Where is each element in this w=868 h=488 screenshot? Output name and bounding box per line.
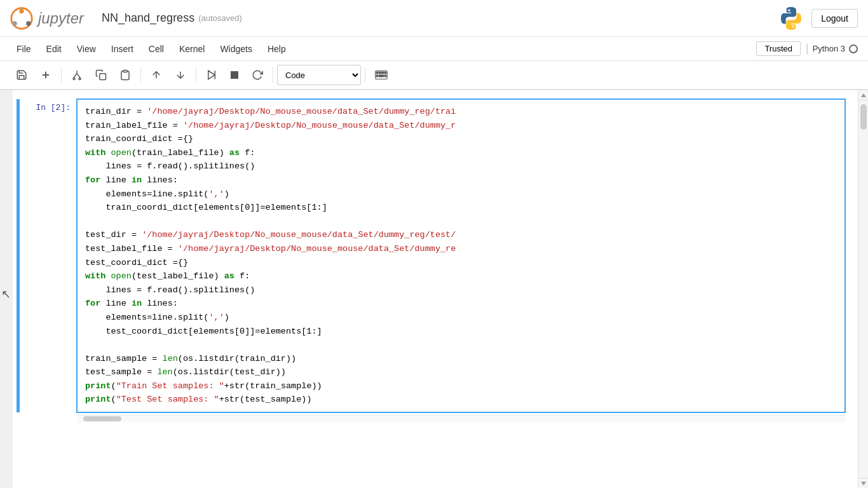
- move-up-button[interactable]: [145, 65, 168, 85]
- svg-point-5: [792, 25, 794, 27]
- cell-hscrollbar[interactable]: [77, 415, 845, 423]
- header-right: Logout: [778, 6, 858, 31]
- menu-view[interactable]: View: [71, 41, 102, 57]
- svg-point-2: [13, 21, 17, 25]
- svg-rect-12: [100, 74, 106, 80]
- interrupt-button[interactable]: [224, 65, 245, 85]
- svg-rect-23: [384, 72, 386, 74]
- toolbar-separator-2: [140, 67, 141, 83]
- left-margin: ↖: [0, 90, 13, 488]
- paste-button[interactable]: [114, 65, 137, 85]
- menu-widgets[interactable]: Widgets: [214, 41, 259, 57]
- svg-marker-16: [208, 71, 215, 79]
- python-logo-icon: [778, 6, 804, 31]
- menubar: File Edit View Insert Cell Kernel Widget…: [0, 37, 868, 61]
- menu-cell[interactable]: Cell: [142, 41, 170, 57]
- scrollbar-down-arrow[interactable]: [858, 478, 868, 488]
- toolbar-separator-5: [365, 67, 365, 83]
- vertical-scrollbar[interactable]: [858, 90, 868, 488]
- logo-area: jupyter: [10, 7, 84, 30]
- menu-help[interactable]: Help: [261, 41, 292, 57]
- svg-point-3: [26, 21, 31, 25]
- toolbar-separator-3: [196, 67, 196, 83]
- keyboard-shortcuts-button[interactable]: [369, 65, 393, 85]
- notebook-title[interactable]: NN_hand_regress: [102, 11, 194, 25]
- jupyter-logo-icon: [10, 7, 33, 30]
- main-content: ↖ In [2]: train_dir = '/home/jayraj/Desk…: [0, 90, 868, 488]
- notebook-area[interactable]: In [2]: train_dir = '/home/jayraj/Deskto…: [13, 90, 858, 488]
- jupyter-brand-text: jupyter: [38, 10, 84, 27]
- run-next-button[interactable]: [200, 65, 223, 85]
- cursor-indicator: ↖: [1, 287, 11, 301]
- svg-rect-20: [376, 72, 378, 74]
- svg-point-9: [79, 78, 81, 80]
- svg-point-1: [19, 8, 24, 13]
- cell-type-select[interactable]: Code Markdown Raw NBConvert Heading: [277, 65, 361, 85]
- svg-rect-18: [231, 71, 238, 79]
- copy-button[interactable]: [90, 65, 112, 85]
- svg-rect-22: [382, 72, 384, 74]
- svg-point-4: [788, 9, 790, 11]
- scrollbar-up-arrow[interactable]: [858, 90, 868, 100]
- cell-hscrollbar-thumb[interactable]: [83, 416, 121, 421]
- svg-point-8: [73, 78, 75, 80]
- cut-button[interactable]: [65, 65, 88, 85]
- code-cell: In [2]: train_dir = '/home/jayraj/Deskto…: [13, 97, 858, 415]
- code-content[interactable]: train_dir = '/home/jayraj/Desktop/No_mou…: [85, 105, 837, 407]
- toolbar-separator-4: [273, 67, 273, 83]
- svg-rect-13: [123, 71, 127, 72]
- header-bar: jupyter NN_hand_regress (autosaved) Logo…: [0, 0, 868, 37]
- svg-marker-28: [861, 482, 866, 485]
- menu-insert[interactable]: Insert: [105, 41, 140, 57]
- kernel-separator: |: [806, 42, 809, 55]
- add-cell-button[interactable]: [34, 65, 57, 85]
- restart-button[interactable]: [246, 65, 269, 85]
- kernel-status-circle: [849, 44, 858, 53]
- toolbar: Code Markdown Raw NBConvert Heading: [0, 61, 868, 90]
- svg-line-11: [77, 74, 80, 78]
- kernel-name: Python 3: [813, 44, 845, 53]
- menu-kernel[interactable]: Kernel: [173, 41, 211, 57]
- menu-items: File Edit View Insert Cell Kernel Widget…: [10, 41, 756, 57]
- toolbar-separator-1: [61, 67, 62, 83]
- svg-rect-25: [379, 75, 383, 77]
- trusted-button[interactable]: Trusted: [756, 41, 801, 56]
- svg-marker-27: [861, 93, 866, 97]
- scrollbar-thumb[interactable]: [860, 104, 867, 130]
- cell-code-area[interactable]: train_dir = '/home/jayraj/Desktop/No_mou…: [77, 99, 845, 412]
- svg-rect-26: [384, 75, 386, 77]
- cell-prompt: In [2]:: [20, 99, 77, 412]
- menu-edit[interactable]: Edit: [40, 41, 68, 57]
- move-down-button[interactable]: [169, 65, 192, 85]
- save-button[interactable]: [10, 65, 33, 85]
- menu-file[interactable]: File: [10, 41, 37, 57]
- autosaved-label: (autosaved): [198, 13, 242, 23]
- kernel-info: | Python 3: [806, 42, 858, 55]
- logout-button[interactable]: Logout: [811, 9, 858, 28]
- svg-rect-21: [379, 72, 381, 74]
- svg-rect-24: [376, 75, 378, 77]
- svg-line-10: [74, 74, 77, 78]
